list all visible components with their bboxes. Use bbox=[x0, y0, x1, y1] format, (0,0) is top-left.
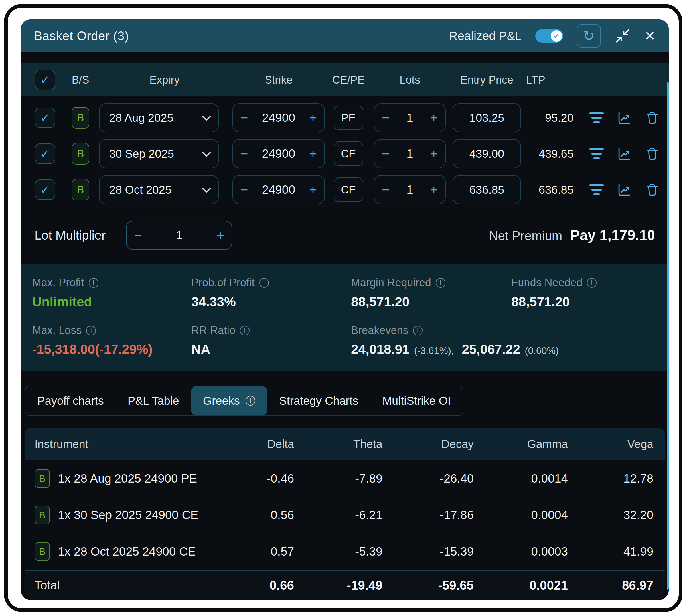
lots-plus-button[interactable]: + bbox=[430, 147, 438, 160]
tab-greeks[interactable]: Greeks i bbox=[191, 386, 267, 415]
prob-of-profit-label: Prob.of Profit bbox=[191, 277, 255, 289]
select-all-checkbox[interactable]: ✓ bbox=[35, 70, 55, 90]
entry-price-input[interactable] bbox=[452, 103, 521, 132]
chart-icon[interactable] bbox=[617, 182, 632, 197]
greeks-total-row: Total 0.66 -19.49 -59.65 0.0021 86.97 bbox=[25, 570, 665, 600]
tab-payoff-charts[interactable]: Payoff charts bbox=[25, 386, 116, 415]
side-badge-buy[interactable]: B bbox=[72, 107, 89, 129]
side-badge-buy[interactable]: B bbox=[72, 143, 89, 164]
info-icon[interactable]: i bbox=[259, 278, 269, 288]
theta-value: -6.21 bbox=[294, 508, 382, 522]
close-button[interactable]: ✕ bbox=[644, 28, 656, 44]
strike-minus-button[interactable]: − bbox=[240, 147, 248, 160]
trash-icon[interactable] bbox=[645, 146, 660, 161]
info-icon[interactable]: i bbox=[413, 326, 423, 335]
tab-label: Greeks bbox=[203, 394, 240, 407]
strike-plus-button[interactable]: + bbox=[309, 183, 317, 196]
net-premium-value: Pay 1,179.10 bbox=[570, 227, 655, 244]
info-icon[interactable]: i bbox=[587, 278, 597, 288]
instrument-name: 1x 28 Oct 2025 24900 CE bbox=[58, 545, 196, 558]
lots-minus-button[interactable]: − bbox=[382, 183, 390, 196]
row-actions bbox=[590, 110, 661, 125]
market-depth-icon[interactable] bbox=[590, 184, 604, 195]
strike-stepper: − 24900 + bbox=[232, 139, 325, 168]
col-header-lots: Lots bbox=[400, 74, 420, 86]
vega-value: 41.99 bbox=[568, 545, 653, 558]
tab-pl-table[interactable]: P&L Table bbox=[116, 386, 191, 415]
col-header-vega: Vega bbox=[568, 438, 653, 450]
info-icon[interactable]: i bbox=[240, 326, 249, 335]
chevron-down-icon bbox=[202, 112, 211, 121]
lots-stepper: − 1 + bbox=[374, 139, 446, 168]
metric-margin-required: Margin Required i 88,571.20 bbox=[351, 277, 511, 309]
market-depth-icon[interactable] bbox=[590, 112, 604, 124]
cepe-badge[interactable]: CE bbox=[334, 141, 363, 166]
chevron-down-icon bbox=[202, 148, 211, 157]
leg-row-3: ✓ B 28 Oct 2025 − 24900 + CE − 1 + 636.8… bbox=[21, 175, 669, 204]
breakeven-pct-2: (0.60%) bbox=[525, 345, 559, 356]
lots-minus-button[interactable]: − bbox=[382, 111, 390, 124]
row-checkbox[interactable]: ✓ bbox=[35, 179, 55, 200]
max-profit-value: Unlimited bbox=[32, 294, 191, 309]
expiry-value: 28 Aug 2025 bbox=[109, 111, 173, 124]
metric-max-loss: Max. Loss i -15,318.00(-17.29%) bbox=[32, 324, 191, 357]
chart-icon[interactable] bbox=[617, 146, 632, 161]
funds-needed-label: Funds Needed bbox=[511, 277, 582, 289]
max-loss-value: -15,318.00(-17.29%) bbox=[32, 342, 191, 357]
info-icon[interactable]: i bbox=[89, 278, 98, 288]
trash-icon[interactable] bbox=[645, 182, 660, 197]
lot-multiplier-plus-button[interactable]: + bbox=[217, 229, 224, 242]
toggle-knob-check-icon: ✓ bbox=[551, 30, 562, 42]
lot-multiplier-label: Lot Multiplier bbox=[35, 228, 106, 242]
lots-plus-button[interactable]: + bbox=[430, 183, 438, 196]
basket-order-dialog: Basket Order (3) Realized P&L ✓ ↻ ✕ ✓ bbox=[21, 19, 669, 600]
expiry-select[interactable]: 28 Aug 2025 bbox=[99, 103, 219, 132]
strike-plus-button[interactable]: + bbox=[309, 147, 317, 160]
metric-prob-of-profit: Prob.of Profit i 34.33% bbox=[191, 277, 351, 309]
chart-icon[interactable] bbox=[617, 110, 632, 125]
collapse-button[interactable] bbox=[615, 28, 630, 44]
realized-pnl-label: Realized P&L bbox=[449, 29, 521, 43]
total-label: Total bbox=[35, 579, 214, 592]
cepe-badge[interactable]: PE bbox=[334, 106, 363, 130]
metric-max-profit: Max. Profit i Unlimited bbox=[32, 277, 191, 309]
entry-price-input[interactable] bbox=[452, 139, 521, 168]
side-badge-buy[interactable]: B bbox=[72, 179, 89, 200]
expiry-select[interactable]: 30 Sep 2025 bbox=[99, 139, 219, 168]
margin-required-label: Margin Required bbox=[351, 277, 431, 289]
strike-minus-button[interactable]: − bbox=[240, 111, 248, 124]
strike-plus-button[interactable]: + bbox=[309, 111, 317, 124]
expiry-select[interactable]: 28 Oct 2025 bbox=[99, 175, 219, 204]
trash-icon[interactable] bbox=[645, 110, 660, 125]
lots-minus-button[interactable]: − bbox=[382, 147, 390, 160]
chevron-down-icon bbox=[202, 184, 211, 193]
cepe-badge[interactable]: CE bbox=[334, 177, 363, 202]
row-checkbox[interactable]: ✓ bbox=[35, 108, 55, 128]
theta-value: -5.39 bbox=[294, 545, 382, 558]
header-controls: Realized P&L ✓ ↻ ✕ bbox=[449, 24, 656, 48]
breakevens-label: Breakevens bbox=[351, 324, 408, 336]
ltp-value: 636.85 bbox=[524, 183, 590, 196]
realized-pnl-toggle[interactable]: ✓ bbox=[535, 29, 563, 43]
check-icon: ✓ bbox=[40, 111, 50, 124]
info-icon[interactable]: i bbox=[436, 278, 445, 288]
col-header-ltp: LTP bbox=[524, 74, 545, 86]
tab-label: Payoff charts bbox=[37, 394, 104, 407]
lot-multiplier-stepper: − 1 + bbox=[126, 221, 232, 250]
lot-multiplier-value: 1 bbox=[176, 228, 182, 242]
row-checkbox[interactable]: ✓ bbox=[35, 144, 55, 164]
refresh-button[interactable]: ↻ bbox=[577, 24, 601, 48]
prob-of-profit-value: 34.33% bbox=[191, 294, 351, 309]
lot-multiplier-minus-button[interactable]: − bbox=[134, 229, 142, 242]
lots-plus-button[interactable]: + bbox=[430, 111, 438, 124]
market-depth-icon[interactable] bbox=[590, 148, 604, 159]
scrollbar[interactable] bbox=[667, 82, 669, 590]
info-icon[interactable]: i bbox=[246, 396, 255, 405]
instrument-name: 1x 28 Aug 2025 24900 PE bbox=[58, 472, 197, 485]
entry-price-input[interactable] bbox=[452, 175, 521, 204]
strike-minus-button[interactable]: − bbox=[240, 183, 248, 196]
tab-strategy-charts[interactable]: Strategy Charts bbox=[267, 386, 371, 415]
info-icon[interactable]: i bbox=[86, 326, 96, 335]
check-icon: ✓ bbox=[40, 147, 50, 160]
tab-multistrike-oi[interactable]: MultiStrike OI bbox=[371, 386, 463, 415]
